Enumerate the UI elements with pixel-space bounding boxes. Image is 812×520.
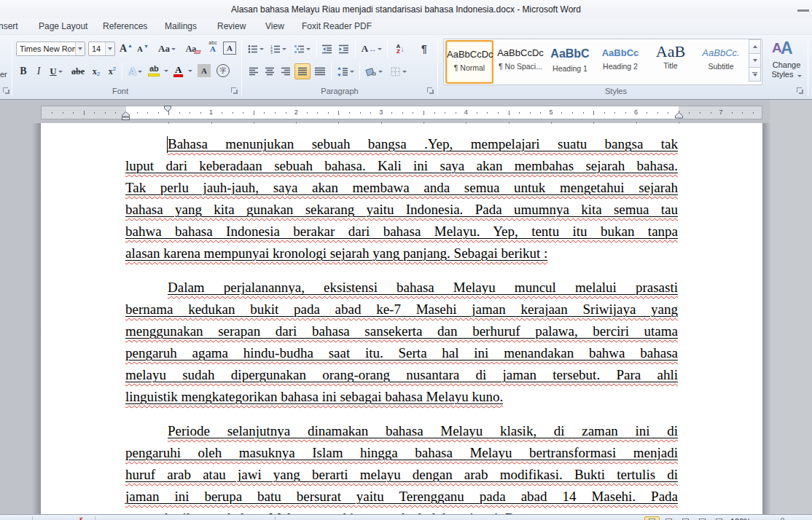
change-styles-button[interactable]: A A Change Styles: [766, 39, 807, 91]
text-line[interactable]: bahasa yang kita gunakan sekarang yaitu …: [125, 199, 678, 221]
strikethrough-button[interactable]: abe: [68, 64, 88, 79]
styles-gallery: AaBbCcDc ¶ Normal AaBbCcDc ¶ No Spaci...…: [443, 39, 762, 85]
multilevel-list-button[interactable]: [292, 42, 313, 56]
styles-dialog-launcher-icon[interactable]: [796, 87, 805, 95]
draft-icon[interactable]: [711, 516, 727, 520]
style-item-title[interactable]: AaB Title: [647, 40, 695, 84]
text-line[interactable]: alasan karena mempunyai kronologi sejara…: [125, 243, 678, 264]
increase-indent-button[interactable]: [336, 42, 352, 56]
title-bar[interactable]: Alasan bahasa Melayu Riau menjadi standa…: [0, 0, 812, 18]
character-shading-button[interactable]: A: [198, 64, 211, 77]
text-line[interactable]: Periode selanjutnya dinamakan bahasa Mel…: [125, 420, 678, 442]
sort-button[interactable]: A Z ↓: [391, 42, 410, 56]
ruler-tick: [402, 112, 403, 114]
text-line[interactable]: huruf arab atau jawi yang berarti melayu…: [125, 464, 678, 486]
borders-button[interactable]: [388, 64, 410, 79]
ruler-tick: [264, 112, 265, 114]
style-item-heading2[interactable]: AaBbCc Heading 2: [596, 40, 644, 84]
tab-references[interactable]: References: [103, 21, 147, 31]
align-right-button[interactable]: [278, 64, 293, 79]
status-bar[interactable]: ✗ 100%: [0, 514, 812, 520]
change-case-button[interactable]: Aa: [155, 42, 179, 56]
style-item-normal[interactable]: AaBbCcDc ¶ Normal: [445, 40, 493, 84]
tab-review[interactable]: Review: [217, 21, 246, 31]
text-line[interactable]: pengaruh agama hindu-budha saat itu. Ser…: [125, 342, 678, 364]
justify-button[interactable]: [294, 63, 311, 79]
gallery-scroll-down-icon[interactable]: [749, 53, 761, 68]
zoom-level[interactable]: 100%: [730, 517, 751, 520]
gallery-scroll-up-icon[interactable]: [749, 39, 761, 54]
font-size-combobox[interactable]: 14: [88, 42, 115, 56]
default-tabstop-tick: [338, 122, 339, 124]
phonetic-guide-button[interactable]: abc A: [204, 40, 222, 53]
clear-formatting-button[interactable]: Aa: [184, 42, 203, 56]
clipboard-dialog-launcher-icon[interactable]: [2, 87, 11, 95]
hanging-indent-marker[interactable]: [122, 111, 130, 120]
scrollbar-track[interactable]: [770, 100, 812, 514]
text-effects-button[interactable]: A: [125, 64, 147, 79]
tab-page-layout[interactable]: Page Layout: [39, 21, 87, 31]
font-dialog-launcher-icon[interactable]: [230, 87, 239, 95]
tab-mailings[interactable]: Mailings: [165, 21, 197, 31]
text-line[interactable]: melayu sudah dipergunakan orang-orang nu…: [125, 364, 678, 386]
font-name-combobox[interactable]: Times New Roman: [16, 42, 85, 56]
bullets-button[interactable]: [246, 42, 265, 56]
decrease-indent-button[interactable]: [319, 42, 335, 56]
tab-view[interactable]: View: [265, 21, 284, 31]
font-size-dropdown-icon[interactable]: [105, 42, 114, 55]
italic-button[interactable]: I: [32, 64, 45, 79]
tab-insert[interactable]: nsert: [0, 21, 18, 31]
bold-button[interactable]: B: [16, 64, 31, 79]
style-item-subtitle[interactable]: AaBbCc. Subtitle: [697, 40, 745, 84]
style-item-no-spacing[interactable]: AaBbCcDc ¶ No Spaci...: [496, 40, 544, 84]
character-border-button[interactable]: A: [223, 42, 236, 55]
font-name-dropdown-icon[interactable]: [75, 42, 85, 55]
text-line[interactable]: pengaruhi oleh masuknya Islam hingga bah…: [125, 442, 678, 464]
ruler-number: 5: [549, 109, 553, 116]
asian-layout-button[interactable]: A ↔: [359, 42, 384, 56]
default-tabstop-tick: [593, 122, 594, 124]
tab-foxit-reader-pdf[interactable]: Foxit Reader PDF: [302, 21, 372, 31]
horizontal-ruler[interactable]: 1234567: [41, 106, 762, 119]
full-screen-reading-icon[interactable]: [661, 516, 676, 520]
line-spacing-button[interactable]: [335, 64, 356, 79]
print-layout-icon[interactable]: [644, 516, 660, 520]
ruler-tick: [391, 112, 392, 114]
show-paragraph-marks-button[interactable]: ¶: [417, 42, 432, 56]
paragraph-dialog-launcher-icon[interactable]: [426, 87, 435, 95]
text-cursor: [167, 136, 168, 153]
ruler-tick: [233, 112, 233, 114]
underline-button[interactable]: U: [45, 64, 67, 79]
text-line[interactable]: linguistik mengkategorikan bahasa ini se…: [125, 386, 678, 408]
outline-icon[interactable]: [695, 516, 710, 520]
text-line[interactable]: Dalam perjalanannya, eksistensi bahasa M…: [125, 277, 678, 299]
text-line[interactable]: bernama kedukan bukit pada abad ke-7 Mas…: [125, 299, 678, 320]
default-tabstop-tick: [636, 122, 637, 124]
gallery-more-icon[interactable]: [749, 67, 761, 82]
grow-font-button[interactable]: A ▲: [118, 42, 134, 56]
text-line[interactable]: Tak perlu jauh-jauh, saya akan membawa a…: [125, 177, 678, 199]
first-line-indent-marker[interactable]: [164, 106, 172, 112]
subscript-button[interactable]: x 2: [88, 64, 104, 79]
text-line[interactable]: jaman ini berupa batu bersurat yaitu Ter…: [125, 486, 678, 508]
style-item-heading1[interactable]: AaBbC Heading 1: [546, 40, 594, 84]
shrink-font-button[interactable]: A ▼: [135, 42, 151, 56]
right-indent-marker[interactable]: [675, 112, 683, 119]
text-line[interactable]: Bahasa menunjukan sebuah bangsa .Yep, me…: [125, 133, 678, 155]
text-line[interactable]: bahwa bahasa Indonesia berakar dari baha…: [125, 221, 678, 243]
proofing-error-icon[interactable]: ✗: [78, 516, 84, 520]
web-layout-icon[interactable]: [678, 516, 693, 520]
align-left-button[interactable]: [246, 64, 261, 79]
minimize-icon[interactable]: [797, 9, 809, 12]
align-center-button[interactable]: [262, 64, 277, 79]
text-line[interactable]: menggunakan serapan dari bahasa sanseker…: [125, 320, 678, 342]
superscript-button[interactable]: x 2: [104, 64, 120, 79]
shading-button[interactable]: [363, 64, 385, 79]
format-painter-label-fragment[interactable]: er: [0, 70, 7, 79]
numbering-button[interactable]: 123: [269, 42, 288, 56]
enclose-characters-button[interactable]: 字: [216, 64, 230, 77]
distributed-button[interactable]: [312, 64, 328, 79]
document-text[interactable]: Bahasa menunjukan sebuah bangsa .Yep, me…: [125, 133, 678, 520]
ruler-tick: [254, 111, 254, 115]
text-line[interactable]: luput dari keberadaan sebuah bahasa. Kal…: [125, 155, 678, 177]
